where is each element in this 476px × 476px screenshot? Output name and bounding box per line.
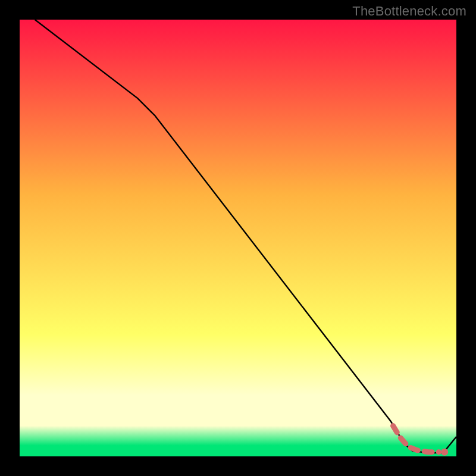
chart-frame: TheBottleneck.com [0,0,476,476]
series-highlight-dot [441,449,448,456]
series-curve [35,20,456,453]
watermark-text: TheBottleneck.com [352,4,466,19]
chart-lines [20,20,456,456]
plot-area [20,20,456,456]
series-highlight-dash [393,426,439,452]
